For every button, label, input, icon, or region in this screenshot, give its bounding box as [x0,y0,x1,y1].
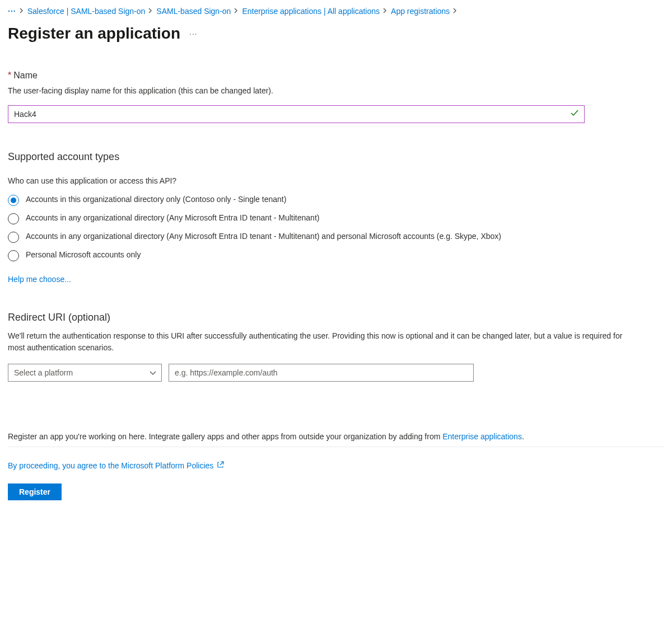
account-types-radio-group: Accounts in this organizational director… [8,194,664,261]
required-star-icon: * [8,71,11,81]
name-label: * Name [8,71,664,81]
chevron-right-icon [453,7,458,15]
platform-select-wrapper: Select a platform [8,364,162,382]
breadcrumb: ··· Salesforce | SAML-based Sign-on SAML… [8,7,664,16]
radio-icon [8,213,19,224]
radio-personal-only[interactable]: Personal Microsoft accounts only [8,250,664,261]
radio-multitenant[interactable]: Accounts in any organizational directory… [8,213,664,224]
enterprise-applications-link[interactable]: Enterprise applications [442,432,522,441]
radio-label: Personal Microsoft accounts only [26,250,141,261]
policy-row: By proceeding, you agree to the Microsof… [8,461,664,470]
name-label-text: Name [13,71,38,81]
radio-single-tenant[interactable]: Accounts in this organizational director… [8,194,664,206]
account-types-title: Supported account types [8,151,664,163]
redirect-inputs-row: Select a platform [8,364,664,382]
redirect-uri-input[interactable] [169,364,474,382]
chevron-right-icon [234,7,239,15]
footer-note-prefix: Register an app you're working on here. … [8,432,442,441]
radio-icon [8,250,19,261]
name-input[interactable] [8,105,585,123]
redirect-title: Redirect URI (optional) [8,312,664,323]
platform-select[interactable]: Select a platform [8,364,162,382]
name-section: * Name The user-facing display name for … [8,71,664,123]
chevron-right-icon [20,7,24,15]
external-link-icon [217,461,225,470]
radio-icon [8,232,19,243]
help-me-choose-link[interactable]: Help me choose... [8,275,664,284]
name-description: The user-facing display name for this ap… [8,86,664,95]
checkmark-icon [570,109,579,120]
breadcrumb-item[interactable]: App registrations [391,7,450,16]
radio-multitenant-personal[interactable]: Accounts in any organizational directory… [8,231,664,243]
breadcrumb-item[interactable]: Enterprise applications | All applicatio… [242,7,380,16]
radio-label: Accounts in any organizational directory… [26,213,319,224]
redirect-description: We'll return the authentication response… [8,330,635,354]
chevron-right-icon [148,7,153,15]
register-button[interactable]: Register [8,484,62,500]
page-title: Register an application [8,25,180,43]
account-types-question: Who can use this application or access t… [8,176,664,185]
breadcrumb-overflow-icon[interactable]: ··· [8,7,16,16]
footer-note: Register an app you're working on here. … [8,432,664,441]
account-types-section: Supported account types Who can use this… [8,151,664,284]
radio-label: Accounts in this organizational director… [26,194,286,205]
footer-note-suffix: . [522,432,524,441]
name-input-wrapper [8,105,585,123]
breadcrumb-item[interactable]: SAML-based Sign-on [156,7,231,16]
radio-icon [8,195,19,206]
page-header: Register an application ··· [8,25,664,43]
more-actions-icon[interactable]: ··· [189,29,198,38]
divider [8,447,664,447]
chevron-right-icon [383,7,388,15]
platform-policies-link[interactable]: By proceeding, you agree to the Microsof… [8,461,213,470]
radio-label: Accounts in any organizational directory… [26,231,501,242]
breadcrumb-item[interactable]: Salesforce | SAML-based Sign-on [27,7,146,16]
redirect-uri-section: Redirect URI (optional) We'll return the… [8,312,664,382]
